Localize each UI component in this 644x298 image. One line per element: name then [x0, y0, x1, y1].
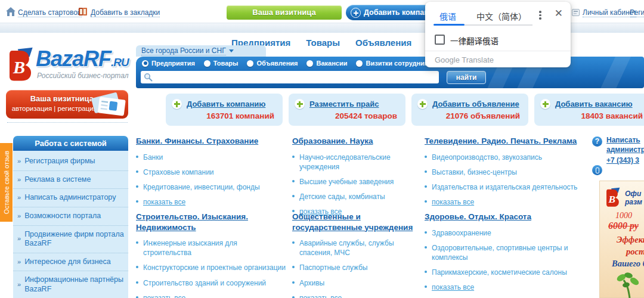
category-block-education: Образование. Наука Научно-исследовательс… [292, 136, 420, 222]
search-input[interactable] [141, 71, 439, 83]
panel-stripe [596, 57, 633, 88]
category-item-link[interactable]: Строительство зданий и сооружений [136, 278, 286, 288]
vizitnica-auth-banner[interactable]: Ваша визитница авторизация | регистрация [6, 90, 128, 119]
category-item-link[interactable]: Выставки, бизнес-центры [425, 167, 587, 177]
plus-icon [540, 99, 550, 109]
feedback-tab[interactable]: Оставьте свой отзыв [0, 143, 13, 222]
translate-tab-chinese[interactable]: 中文（简体） [476, 10, 527, 22]
category-item-label: Кредитование, инвестиции, фонды [143, 182, 260, 192]
bullet-icon [425, 285, 427, 288]
sidebar-item-write-admin[interactable]: Написать администратору [13, 189, 128, 207]
sidebar-item-advertising[interactable]: Реклама в системе [13, 171, 128, 190]
category-item-link[interactable]: Паспортные службы [292, 263, 420, 272]
category-title-link[interactable]: Строительство. Изыскания. Недвижимость [136, 212, 286, 232]
category-title-link[interactable]: Здоровье. Отдых. Красота [425, 212, 587, 222]
vizitnica-button[interactable]: Ваша визитница [227, 5, 342, 20]
add-vacancy-link[interactable]: Добавить вакансию [540, 99, 633, 109]
add-ad-link[interactable]: Добавить объявление [417, 99, 519, 109]
radio-label: Вакансии [316, 60, 347, 67]
panel-add-company: Добавить компанию 163701 компаний [166, 94, 283, 126]
sidebar-item-firm-promotion[interactable]: Продвижение фирм портала BazaRF [13, 226, 128, 253]
always-translate-checkbox[interactable] [435, 35, 445, 45]
chevron-down-icon [229, 49, 234, 52]
sidebar-item-business-interesting[interactable]: Интересное для бизнеса [13, 253, 128, 272]
phone-link[interactable]: +7 (343) 3 [606, 156, 639, 164]
show-all-link[interactable]: показать все [136, 197, 286, 207]
radio-business-cards[interactable]: Визитки сотрудников [356, 60, 435, 67]
google-translate-footer: Google Translate [435, 55, 494, 64]
nav-item-ads[interactable]: Объявления [355, 38, 411, 48]
category-item-link[interactable]: Оздоровительные, спортивные центры и ком… [425, 243, 587, 262]
action-label: Разместить прайс [309, 100, 379, 108]
chevron-icon [17, 193, 21, 203]
write-admin-link[interactable]: Написать администратору [606, 136, 644, 154]
add-company-link[interactable]: Добавить компанию [172, 99, 265, 109]
radio-circle-icon [356, 60, 363, 67]
translate-tab-russian[interactable]: 俄语 [439, 10, 456, 22]
bullet-icon [292, 281, 295, 284]
show-all-label: показать все [432, 283, 474, 292]
radio-vacancies[interactable]: Вакансии [306, 60, 347, 67]
category-item-link[interactable]: Детские сады, комбинаты [292, 192, 420, 201]
category-item-link[interactable]: Инженерные изыскания для строительства [136, 238, 286, 257]
show-all-link[interactable]: показать все [292, 293, 420, 298]
category-item-link[interactable]: Высшие учебные заведения [292, 177, 420, 187]
sidebar-item-info-partners[interactable]: Информационные партнёры BazaRF [13, 271, 128, 298]
category-item-link[interactable]: Кредитование, инвестиции, фонды [136, 182, 286, 192]
sidebar-item-label: Возможности портала [24, 212, 101, 221]
add-price-link[interactable]: Разместить прайс [295, 99, 379, 109]
category-item-link[interactable]: Научно-исследовательские учреждения [292, 153, 420, 172]
logo-title[interactable]: BazaRF.RU [36, 46, 129, 72]
category-item-label: Паспортные службы [299, 263, 367, 272]
show-all-link[interactable]: показать все [425, 197, 587, 207]
ads-count: 21076 объявлений [446, 111, 520, 120]
category-item-label: Инженерные изыскания для строительства [143, 238, 286, 257]
search-icon [144, 73, 153, 82]
category-item-link[interactable]: Страховые компании [136, 167, 286, 177]
logo-subtitle: Российский бизнес-портал [37, 72, 129, 80]
ad-banner[interactable]: B Офи разм 1000 6000 ру Эффект рост пр В… [599, 181, 644, 298]
ad-text-line: Офи [625, 190, 641, 198]
add-bookmarks-link[interactable]: Добавить в закладки [91, 8, 160, 17]
category-title-link[interactable]: Образование. Наука [292, 136, 420, 147]
make-start-page-link[interactable]: Сделать стартовой [18, 8, 82, 17]
question-icon [592, 136, 602, 147]
category-item-link[interactable]: Здравоохранение [425, 228, 587, 238]
nav-item-goods[interactable]: Товары [306, 38, 340, 48]
category-item-link[interactable]: Конструкторские и проектные организации [136, 263, 286, 272]
registration-link[interactable]: Регистрация [630, 8, 644, 17]
radio-goods[interactable]: Товары [204, 60, 239, 67]
more-options-icon[interactable] [536, 10, 544, 20]
sidebar-item-portal-features[interactable]: Возможности портала [13, 207, 128, 226]
category-item-link[interactable]: Аварийные службы, службы спасения, МЧС [292, 238, 420, 257]
show-all-link[interactable]: показать все [425, 283, 587, 292]
sidebar-item-label: Реклама в системе [24, 175, 91, 185]
show-all-link[interactable]: показать все [136, 293, 286, 298]
personal-cabinet-link[interactable]: Личный кабинет [583, 8, 636, 17]
category-item-link[interactable]: Банки [136, 153, 286, 162]
chevron-icon [17, 212, 21, 221]
bullet-icon [136, 156, 138, 158]
popup-divider [425, 51, 571, 51]
radio-companies[interactable]: Предприятия [142, 60, 195, 67]
sidebar-item-firm-registration[interactable]: Регистрация фирмы [13, 153, 128, 171]
category-item-link[interactable]: Издательства и издательская деятельность [425, 182, 587, 192]
banner-auth-links[interactable]: авторизация | регистрация [12, 105, 97, 112]
close-icon[interactable] [555, 7, 563, 20]
category-title-link[interactable]: Телевидение. Радио. Печать. Реклама [425, 136, 587, 147]
ad-price-old: 6000 ру [608, 221, 639, 231]
find-button[interactable]: найти [447, 71, 486, 84]
category-item-link[interactable]: Видеопроизводство, звукозапись [425, 153, 587, 162]
business-cards-image [90, 91, 127, 117]
category-item-link[interactable]: Архивы [292, 278, 420, 288]
category-title-link[interactable]: Банки. Финансы. Страхование [136, 136, 286, 147]
region-selector-link[interactable]: Все города России и СНГ [141, 46, 226, 55]
radio-label: Объявления [256, 60, 298, 67]
category-item-link[interactable]: Парикмахерские, косметические салоны [425, 268, 587, 277]
category-item-label: Выставки, бизнес-центры [432, 167, 517, 177]
radio-ads[interactable]: Объявления [247, 60, 298, 67]
category-item-label: Здравоохранение [432, 228, 491, 238]
radio-circle-icon [142, 60, 148, 67]
category-title-link[interactable]: Общественные и государственные учреждени… [292, 212, 420, 232]
bazarf-logo-emblem[interactable]: B [8, 46, 33, 82]
